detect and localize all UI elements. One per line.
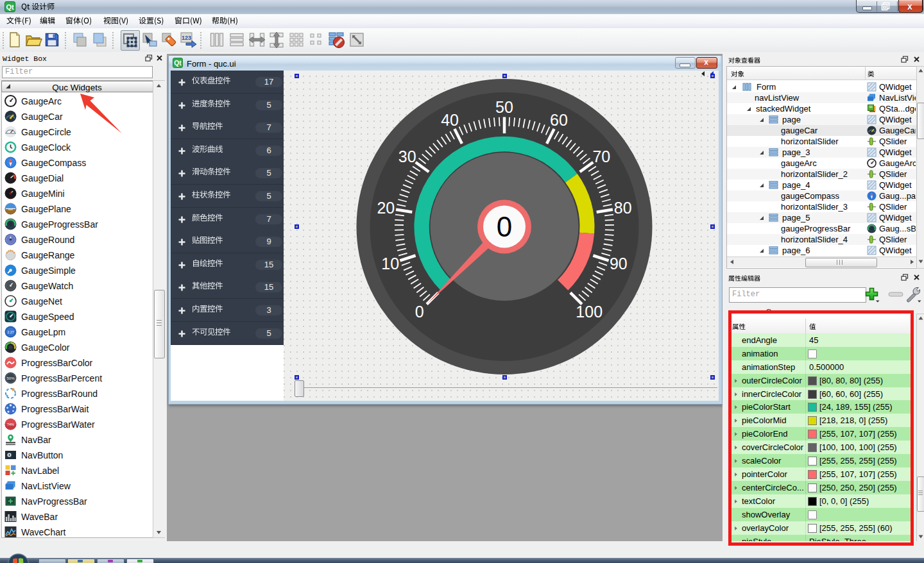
svg-text:20: 20 [377,199,395,217]
svg-text:0: 0 [497,211,512,242]
svg-text:80: 80 [614,199,632,217]
svg-text:123: 123 [181,35,191,41]
svg-text:30: 30 [398,147,416,165]
svg-text:2.27: 2.27 [7,330,14,334]
svg-text:0: 0 [415,303,424,321]
svg-text:Qt: Qt [174,60,182,67]
svg-text:100: 100 [576,303,603,321]
svg-text:50%: 50% [6,376,15,380]
svg-text:40: 40 [441,111,459,129]
svg-text:60: 60 [550,111,568,129]
svg-text:70: 70 [592,147,610,165]
svg-text:74%: 74% [7,423,14,426]
svg-text:50: 50 [495,98,513,116]
svg-text:90: 90 [610,255,628,273]
svg-text:x: x [907,1,912,11]
svg-text:10: 10 [381,255,399,273]
svg-text:Qt: Qt [6,3,14,11]
svg-text:x: x [704,58,708,67]
